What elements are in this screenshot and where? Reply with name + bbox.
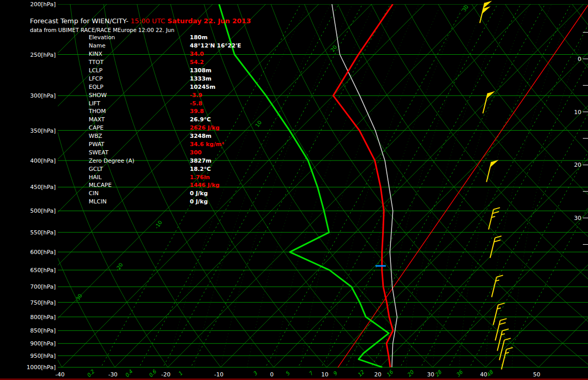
dry-adiabat-line xyxy=(472,4,588,367)
right-axis-label: 0 xyxy=(578,56,581,62)
stat-label: HAIL xyxy=(89,174,190,181)
barb-feather xyxy=(499,323,506,325)
adiabat-label: 10 xyxy=(254,120,263,129)
stat-label: SHOW xyxy=(89,92,190,99)
stat-row: THOM39.8 xyxy=(89,107,241,116)
stat-label: SWEAT xyxy=(89,149,190,156)
moist-adiabat-line xyxy=(380,4,485,367)
stat-label: Zero Degree (A) xyxy=(89,157,190,164)
stat-row: CIN0 J/kg xyxy=(89,189,241,198)
pressure-label: 250[hPa] xyxy=(30,52,56,58)
title-time: 15:00 UTC xyxy=(130,17,165,25)
temp-label: -10 xyxy=(214,371,223,378)
mixing-ratio-line xyxy=(295,4,498,373)
pressure-label: 300[hPa] xyxy=(30,92,56,99)
stat-label: LCLP xyxy=(89,67,190,74)
right-axis-label: 20 xyxy=(574,162,581,168)
stat-value: 48°12'N 16°22'E xyxy=(190,42,241,49)
mixing-ratio-line xyxy=(318,4,521,373)
mixing-ratio-label: 12 xyxy=(356,369,365,378)
mixing-ratio-line xyxy=(446,4,588,373)
mixing-ratio-label: 16 xyxy=(385,369,395,378)
stat-value: 39.8 xyxy=(190,108,204,115)
barb-feather xyxy=(500,319,507,321)
stat-value: 54.2 xyxy=(190,59,204,66)
temp-label: 10 xyxy=(321,371,329,378)
stat-label: THOM xyxy=(89,108,190,115)
stat-row: KINX34.0 xyxy=(89,50,241,58)
stat-value: 1308m xyxy=(190,67,211,74)
dewpoint-curve xyxy=(219,4,389,367)
stats-panel: Elevation180mName48°12'N 16°22'EKINX34.0… xyxy=(89,34,241,206)
mixing-ratio-line xyxy=(368,4,571,373)
pressure-label: 700[hPa] xyxy=(30,283,56,290)
highlight-isopleth-line xyxy=(334,5,588,373)
stat-value: 10245m xyxy=(190,84,216,90)
wind-barb xyxy=(501,347,513,369)
stat-row: LFCP1333m xyxy=(89,74,241,83)
moist-adiabat-line xyxy=(406,4,507,367)
dry-adiabat-line xyxy=(438,4,588,367)
stat-row: LIFT-5.8 xyxy=(89,99,241,107)
mixing-ratio-label: 5 xyxy=(284,370,291,377)
stat-label: LIFT xyxy=(89,100,190,107)
title-day: Saturday xyxy=(168,17,202,25)
pressure-label: 400[hPa] xyxy=(30,157,56,164)
pressure-label: 200[hPa] xyxy=(30,1,56,8)
stat-label: Elevation xyxy=(89,34,190,41)
stat-row: GCLT18.2°C xyxy=(89,165,241,173)
skewt-chart: 200[hPa]250[hPa]300[hPa]350[hPa]400[hPa]… xyxy=(0,0,588,380)
stat-value: 300 xyxy=(190,149,202,156)
mixing-ratio-line xyxy=(342,4,545,373)
skewt-screen: 200[hPa]250[hPa]300[hPa]350[hPa]400[hPa]… xyxy=(0,0,588,380)
pressure-label: 900[hPa] xyxy=(30,340,56,347)
barb-feather xyxy=(494,208,500,210)
mixing-ratio-label: 1 xyxy=(177,370,183,376)
temp-label: 0 xyxy=(270,371,274,378)
temp-label: -30 xyxy=(108,371,118,378)
stat-value: 1446 J/kg xyxy=(190,182,220,188)
pressure-label: 750[hPa] xyxy=(30,299,56,306)
chart-subtitle: data from UBIMET RACE/RACE MEurope 12:00… xyxy=(30,27,174,33)
mixing-ratio-label: 0.2 xyxy=(86,369,95,378)
dry-adiabat-line xyxy=(371,4,588,367)
pressure-label: 450[hPa] xyxy=(30,184,56,191)
moist-adiabat-line xyxy=(433,4,529,367)
mixing-ratio-label: 3 xyxy=(252,370,258,377)
temp-label: 20 xyxy=(374,371,381,378)
stat-value: 34.0 xyxy=(190,51,204,57)
isotherm-line xyxy=(327,4,588,367)
grid-layer xyxy=(0,4,588,373)
moist-adiabat-line xyxy=(326,4,440,367)
moist-adiabat-line xyxy=(512,4,588,367)
stat-row: CAPE2626 J/kg xyxy=(89,124,241,132)
moist-adiabat-line xyxy=(486,4,574,367)
dry-adiabat-line xyxy=(237,4,485,367)
mixing-ratio-label: 28 xyxy=(434,369,443,378)
barb-staff xyxy=(490,238,495,258)
stat-value: 26.9°C xyxy=(190,116,211,123)
stat-value: 0 J/kg xyxy=(190,190,208,197)
right-axis-label: 30 xyxy=(574,215,581,221)
stat-row: SWEAT300 xyxy=(89,148,241,156)
stat-label: EQLP xyxy=(89,84,190,90)
barb-feather xyxy=(497,275,503,277)
mixing-ratio-label: 7 xyxy=(307,370,314,376)
stat-label: WBZ xyxy=(89,133,190,139)
temp-label: -20 xyxy=(161,371,171,378)
barb-staff xyxy=(499,340,504,360)
isotherm-line xyxy=(433,4,588,367)
right-axis-label: 10 xyxy=(574,109,581,116)
stat-label: MAXT xyxy=(89,116,190,123)
stat-row: Name48°12'N 16°22'E xyxy=(89,42,241,50)
mixing-ratio-label: 0.4 xyxy=(124,369,134,378)
stat-label: Name xyxy=(89,42,190,49)
chart-title: Forecast Temp for WIEN/CITY- 15:00 UTC S… xyxy=(30,17,251,25)
moist-adiabat-line xyxy=(274,4,397,367)
stat-row: Elevation180m xyxy=(89,34,241,42)
pressure-label: 600[hPa] xyxy=(30,249,56,256)
title-date: 22. Jun 2013 xyxy=(204,17,251,25)
stat-value: 0 J/kg xyxy=(190,198,208,205)
barb-pennant xyxy=(490,160,499,168)
dry-adiabat-line xyxy=(304,4,588,367)
